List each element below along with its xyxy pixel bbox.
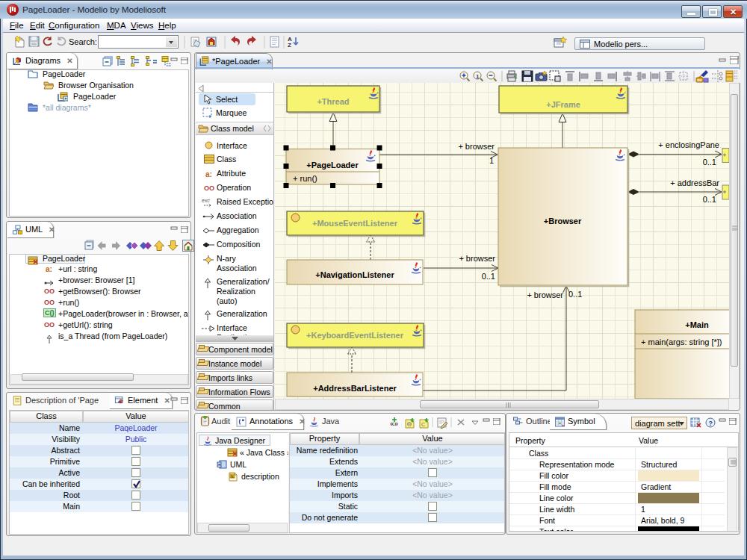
svg-text:+KeyboardEventListener: +KeyboardEventListener xyxy=(306,331,404,340)
svg-text:C: C xyxy=(421,422,425,427)
svg-text:oo: oo xyxy=(698,78,702,82)
svg-text:0..1: 0..1 xyxy=(703,158,716,167)
svg-text:+AddressBarListener: +AddressBarListener xyxy=(313,384,397,393)
svg-text:0..1: 0..1 xyxy=(568,290,582,299)
svg-text:?: ? xyxy=(709,420,713,427)
svg-text:+ browser: + browser xyxy=(459,254,495,263)
svg-text:+Thread: +Thread xyxy=(317,97,349,106)
svg-text:1: 1 xyxy=(489,156,494,165)
svg-text:+PageLoader: +PageLoader xyxy=(306,161,359,169)
svg-text:N: N xyxy=(231,474,234,479)
svg-text:+ browser: + browser xyxy=(458,142,495,151)
svg-text:+Main: +Main xyxy=(685,320,709,329)
svg-text:1: 1 xyxy=(476,73,480,80)
svg-text:+MouseEventListener: +MouseEventListener xyxy=(312,219,398,228)
svg-text:+ enclosingPane: + enclosingPane xyxy=(658,140,719,149)
svg-text:+NavigationListener: +NavigationListener xyxy=(315,270,394,279)
svg-text:Z: Z xyxy=(288,42,291,49)
svg-text:+JFrame: +JFrame xyxy=(546,100,580,109)
svg-text:+ run(): + run() xyxy=(293,174,317,183)
svg-text:0..1: 0..1 xyxy=(703,195,716,204)
svg-text:+ browser: + browser xyxy=(527,290,563,299)
svg-text:+ addressBar: + addressBar xyxy=(670,178,719,187)
svg-text:0..1: 0..1 xyxy=(482,272,495,281)
svg-text:exc: exc xyxy=(202,198,210,203)
svg-text:+ main(args: string [*]): + main(args: string [*]) xyxy=(641,337,722,346)
svg-text:+Browser: +Browser xyxy=(544,217,582,225)
